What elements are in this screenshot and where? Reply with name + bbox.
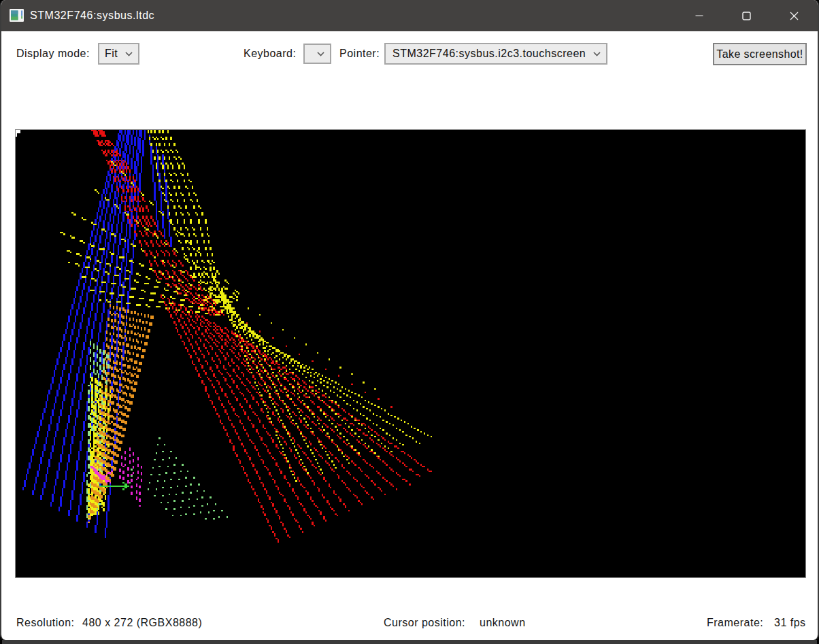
maximize-icon	[742, 12, 751, 20]
pointer-select[interactable]: STM32F746:sysbus.i2c3.touchscreen	[384, 43, 607, 65]
minimize-icon	[695, 12, 703, 20]
display-mode-select[interactable]: Fit	[98, 43, 139, 65]
resolution-value: 480 x 272 (RGBX8888)	[82, 616, 202, 630]
resolution-label: Resolution:	[16, 616, 75, 630]
display-mode-label: Display mode:	[16, 43, 90, 65]
take-screenshot-button[interactable]: Take screenshot!	[713, 43, 807, 65]
framebuffer-canvas[interactable]	[16, 130, 805, 577]
chevron-down-icon	[317, 52, 324, 56]
framebuffer-panel	[15, 129, 806, 578]
chevron-down-icon	[125, 52, 133, 56]
chevron-down-icon	[593, 52, 601, 56]
app-icon	[10, 9, 24, 22]
pointer-value: STM32F746:sysbus.i2c3.touchscreen	[386, 48, 586, 60]
window-bottom-edge	[2, 640, 817, 644]
framerate-value: 31 fps	[774, 616, 806, 630]
screen: STM32F746:sysbus.ltdc Display mode: Fit	[0, 0, 819, 644]
maximize-button[interactable]	[724, 0, 768, 31]
display-mode-value: Fit	[99, 48, 118, 60]
app-window: STM32F746:sysbus.ltdc Display mode: Fit	[0, 0, 819, 640]
close-button[interactable]	[772, 0, 816, 31]
framerate-label: Framerate:	[707, 616, 763, 630]
pointer-label: Pointer:	[339, 43, 380, 65]
title-bar[interactable]: STM32F746:sysbus.ltdc	[0, 0, 819, 31]
cursor-position-label: Cursor position:	[384, 616, 465, 630]
cursor-position-value: unknown	[480, 616, 526, 630]
keyboard-label: Keyboard:	[244, 43, 296, 65]
keyboard-select[interactable]	[303, 44, 331, 64]
close-icon	[790, 12, 799, 20]
minimize-button[interactable]	[678, 0, 721, 31]
window-title: STM32F746:sysbus.ltdc	[30, 0, 154, 31]
